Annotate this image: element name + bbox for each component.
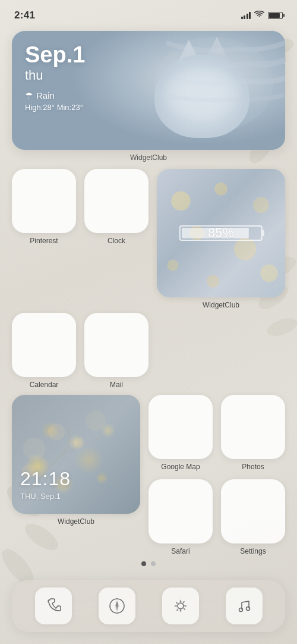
googlemap-label: Google Map (161, 463, 200, 471)
svg-point-31 (116, 605, 118, 607)
app-item-clock[interactable]: Clock (84, 169, 148, 245)
svg-point-34 (246, 607, 249, 611)
app-item-pinterest[interactable]: Pinterest (12, 169, 76, 245)
temp-min: Min:23° (57, 103, 83, 112)
mail-icon[interactable] (84, 313, 148, 377)
clock-label: Clock (108, 237, 125, 245)
svg-point-33 (239, 608, 242, 612)
battery-widget-container[interactable]: 85% WidgetClub (157, 169, 285, 309)
app-row-1: Pinterest Clock (12, 169, 285, 309)
svg-point-21 (260, 265, 278, 282)
signal-bar-4 (249, 12, 251, 19)
dock-safari[interactable] (99, 588, 135, 624)
app-item-safari[interactable]: Safari (148, 479, 213, 555)
clock-widget-label: WidgetClub (58, 517, 94, 526)
svg-point-22 (207, 275, 220, 288)
photos-icon[interactable] (221, 395, 285, 459)
pinterest-label: Pinterest (30, 237, 58, 245)
dot-1[interactable] (141, 561, 146, 566)
dock-settings[interactable] (162, 588, 199, 624)
svg-point-16 (214, 183, 228, 196)
widget-day: thu (25, 68, 85, 83)
status-time: 2:41 (14, 10, 35, 21)
battery-icon (268, 12, 283, 19)
mail-label: Mail (110, 381, 123, 389)
signal-bar-3 (247, 14, 248, 19)
dot-2[interactable] (151, 561, 156, 566)
settings-label: Settings (240, 547, 266, 555)
app-item-googlemap[interactable]: Google Map (148, 395, 213, 471)
widget-club-label-top: WidgetClub (12, 153, 285, 162)
battery-widget-label: WidgetClub (203, 301, 239, 309)
dock-music[interactable] (226, 588, 263, 624)
weather-widget[interactable]: Sep.1 thu ☂ Rain High:28° Min:23° (12, 31, 285, 150)
wifi-icon (254, 11, 264, 20)
calendar-label: Calendar (30, 381, 59, 389)
widget-text: Sep.1 thu ☂ Rain High:28° Min:23° (12, 31, 98, 124)
weather-icon: ☂ (25, 90, 33, 101)
app-item-photos[interactable]: Photos (221, 395, 285, 471)
main-content: Sep.1 thu ☂ Rain High:28° Min:23° Widget… (0, 26, 297, 566)
app-row-3: 21:18 THU. Sep.1 WidgetClub Google Map P… (12, 395, 285, 555)
googlemap-icon[interactable] (148, 395, 213, 459)
temp-high: High:28° (25, 103, 55, 112)
svg-point-14 (154, 37, 273, 132)
signal-bar-1 (241, 17, 243, 19)
battery-percentage: 85% (208, 225, 234, 241)
signal-icon (241, 12, 251, 19)
app-item-mail[interactable]: Mail (84, 313, 148, 389)
battery-spacer (157, 313, 285, 389)
app-row-2: Calendar Mail (12, 313, 285, 389)
safari-icon[interactable] (148, 479, 213, 544)
widget-date: Sep.1 (25, 43, 85, 68)
battery-widget-icon[interactable]: 85% (157, 169, 285, 297)
pinterest-icon[interactable] (12, 169, 76, 233)
clock-display-date: THU. Sep.1 (20, 492, 61, 501)
clock-display-time: 21:18 (20, 468, 71, 490)
dock (12, 580, 285, 632)
svg-point-25 (86, 411, 106, 431)
phone-icon (45, 598, 62, 614)
weather-temp: High:28° Min:23° (25, 103, 85, 112)
calendar-icon[interactable] (12, 313, 76, 377)
settings-icon[interactable] (221, 479, 285, 544)
app-item-settings[interactable]: Settings (221, 479, 285, 555)
page-dots (12, 561, 285, 566)
svg-point-27 (73, 438, 84, 449)
svg-point-32 (178, 603, 184, 609)
app-item-calendar[interactable]: Calendar (12, 313, 76, 389)
signal-bar-2 (244, 15, 245, 19)
svg-point-24 (48, 423, 65, 440)
widget-weather: ☂ Rain (25, 90, 85, 101)
weather-condition: Rain (36, 90, 55, 100)
status-bar: 2:41 (0, 0, 297, 26)
safari-label: Safari (171, 547, 189, 555)
gear-icon (172, 597, 189, 615)
clock-widget-container[interactable]: 21:18 THU. Sep.1 WidgetClub (12, 395, 140, 555)
svg-point-20 (168, 260, 179, 271)
battery-fill (269, 13, 280, 18)
clock-icon[interactable] (84, 169, 148, 233)
svg-point-19 (234, 238, 257, 260)
dock-phone[interactable] (35, 588, 72, 624)
compass-icon (108, 597, 126, 615)
photos-label: Photos (242, 463, 264, 471)
battery-nub (263, 230, 264, 236)
music-icon (236, 598, 252, 614)
svg-point-15 (171, 191, 190, 211)
svg-point-23 (23, 438, 46, 460)
status-icons (241, 11, 283, 20)
svg-point-17 (253, 197, 269, 213)
clock-widget-icon[interactable]: 21:18 THU. Sep.1 (12, 395, 140, 514)
